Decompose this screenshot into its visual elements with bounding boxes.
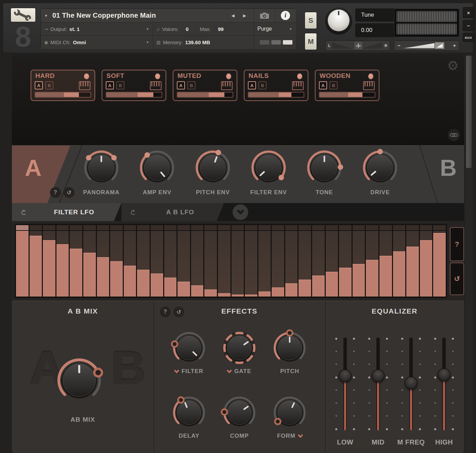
step-header-cell[interactable] xyxy=(393,225,406,230)
step-header-cell[interactable] xyxy=(433,225,446,230)
step-header-cell[interactable] xyxy=(43,225,55,230)
step-bar[interactable] xyxy=(232,231,244,297)
chevron-down-icon[interactable]: ▼ xyxy=(146,40,149,44)
layer-a-button[interactable]: A xyxy=(177,81,185,89)
step-bar[interactable] xyxy=(353,231,365,297)
level-bar[interactable] xyxy=(106,92,162,98)
step-header-cell[interactable] xyxy=(177,225,190,230)
eq-slider-low[interactable]: LOW xyxy=(332,334,358,449)
step-header-cell[interactable] xyxy=(420,225,432,230)
articulation-slot-soft[interactable]: SOFT A B xyxy=(102,70,166,101)
step-header-cell[interactable] xyxy=(312,225,325,230)
knob-dial[interactable] xyxy=(81,148,121,188)
reset-button[interactable]: ↺ xyxy=(450,263,464,295)
tune-value[interactable]: 0.00 xyxy=(355,23,395,37)
solo-button[interactable]: S xyxy=(305,12,317,29)
eq-slider-handle[interactable] xyxy=(372,369,385,382)
step-header-cell[interactable] xyxy=(299,225,311,230)
minimize-button[interactable]: − xyxy=(463,20,474,31)
step-bar[interactable] xyxy=(110,231,123,297)
step-bar[interactable] xyxy=(70,231,82,297)
knob-dial[interactable] xyxy=(271,329,308,367)
volume-plus[interactable]: + xyxy=(453,43,456,48)
layer-b-button[interactable]: B xyxy=(116,81,124,89)
step-header-cell[interactable] xyxy=(110,225,123,230)
level-bar[interactable] xyxy=(35,92,91,98)
knob-pitch-env[interactable]: PITCH ENV xyxy=(187,148,238,196)
step-header-cell[interactable] xyxy=(272,225,284,230)
step-header-cell[interactable] xyxy=(124,225,136,230)
help-button[interactable]: ? xyxy=(160,306,171,317)
step-header-cell[interactable] xyxy=(191,225,204,230)
keyboard-icon[interactable] xyxy=(221,81,233,90)
level-bar[interactable] xyxy=(319,92,375,98)
keyboard-icon[interactable] xyxy=(150,81,162,90)
knob-dial[interactable] xyxy=(360,148,400,188)
step-bar[interactable] xyxy=(56,231,69,297)
level-bar[interactable] xyxy=(248,92,304,98)
step-header-cell[interactable] xyxy=(16,225,29,230)
step-header-cell[interactable] xyxy=(204,225,217,230)
layer-b-button[interactable]: B xyxy=(258,81,267,89)
keyboard-icon[interactable] xyxy=(79,81,90,90)
keyboard-icon[interactable] xyxy=(363,81,375,90)
layer-a-label[interactable]: A xyxy=(25,154,41,181)
power-icon[interactable] xyxy=(21,209,27,215)
knob-dial[interactable] xyxy=(271,394,308,431)
expand-chevron-button[interactable] xyxy=(233,204,248,220)
articulation-slot-muted[interactable]: MUTED A B xyxy=(173,70,237,101)
layer-a-button[interactable]: A xyxy=(248,81,256,89)
step-header-cell[interactable] xyxy=(326,225,338,230)
pan-slider[interactable]: L R ◂▸ xyxy=(325,40,390,51)
step-header-cell[interactable] xyxy=(245,225,257,230)
step-bar[interactable] xyxy=(191,231,204,297)
knob-tone[interactable]: TONE xyxy=(299,148,350,196)
help-button[interactable]: ? xyxy=(50,187,61,198)
step-header-cell[interactable] xyxy=(379,225,392,230)
close-button[interactable]: × xyxy=(463,7,474,18)
info-button[interactable]: i xyxy=(275,9,296,22)
knob-panorama[interactable]: PANORAMA xyxy=(76,148,127,196)
scrollbar[interactable] xyxy=(465,54,473,453)
chevron-down-icon[interactable] xyxy=(298,432,303,438)
eq-slider-mid[interactable]: MID xyxy=(365,334,391,449)
step-header-cell[interactable] xyxy=(285,225,298,230)
knob-gate[interactable]: GATE xyxy=(214,329,265,375)
chevron-down-icon[interactable] xyxy=(227,368,232,373)
eq-slider-handle[interactable] xyxy=(438,368,451,381)
knob-dial[interactable] xyxy=(304,148,344,188)
power-icon[interactable] xyxy=(130,209,136,215)
tab-ab-lfo[interactable]: A B LFO xyxy=(121,203,224,221)
step-bar[interactable] xyxy=(433,231,446,297)
step-bar[interactable] xyxy=(204,231,217,297)
step-bar[interactable] xyxy=(97,231,109,297)
knob-dial[interactable] xyxy=(221,329,258,367)
chevron-down-icon[interactable]: ▼ xyxy=(44,14,48,18)
step-bar[interactable] xyxy=(366,231,378,297)
step-bar[interactable] xyxy=(258,231,271,297)
step-header-cell[interactable] xyxy=(30,225,42,230)
knob-pitch[interactable]: PITCH xyxy=(265,329,315,375)
step-header-cell[interactable] xyxy=(56,225,69,230)
knob-dial[interactable] xyxy=(193,148,233,188)
aux-button[interactable]: aux xyxy=(463,33,474,42)
knob-ab-mix[interactable] xyxy=(54,355,105,407)
next-instrument-arrow[interactable]: ▶ xyxy=(243,13,246,18)
eq-slider-handle[interactable] xyxy=(405,376,418,389)
chevron-down-icon[interactable] xyxy=(174,368,180,373)
knob-dial[interactable] xyxy=(221,394,258,431)
step-bar[interactable] xyxy=(124,231,136,297)
prev-instrument-arrow[interactable]: ◀ xyxy=(232,13,235,18)
help-button[interactable]: ? xyxy=(450,227,464,261)
step-bars[interactable] xyxy=(16,231,446,297)
articulation-slot-nails[interactable]: NAILS A B xyxy=(244,70,308,101)
gear-icon[interactable]: ⚙ xyxy=(447,59,459,72)
layer-a-button[interactable]: A xyxy=(319,81,327,89)
step-header-cell[interactable] xyxy=(339,225,352,230)
tab-filter-lfo[interactable]: FILTER LFO xyxy=(12,203,121,221)
eq-slider-m-freq[interactable]: M FREQ xyxy=(398,334,424,449)
articulation-slot-hard[interactable]: HARD A B xyxy=(31,70,95,101)
knob-amp-env[interactable]: AMP ENV xyxy=(132,148,183,196)
reset-button[interactable]: ↺ xyxy=(173,306,184,317)
step-header-cell[interactable] xyxy=(232,225,244,230)
